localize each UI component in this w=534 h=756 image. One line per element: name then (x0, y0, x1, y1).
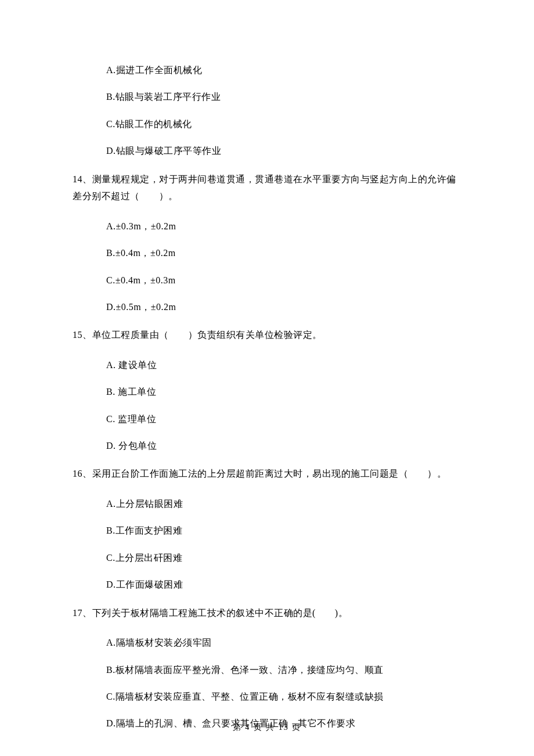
option-a: A.隔墙板材安装必须牢固 (106, 636, 461, 649)
document-page: A.掘进工作全面机械化 B.钻眼与装岩工序平行作业 C.钻眼工作的机械化 D.钻… (0, 0, 534, 756)
question-15: 15、单位工程质量由（ ）负责组织有关单位检验评定。 (73, 326, 461, 344)
option-c: C.钻眼工作的机械化 (106, 118, 461, 131)
question-16: 16、采用正台阶工作面施工法的上分层超前距离过大时，易出现的施工问题是（ ）。 (73, 465, 461, 483)
question-17-options: A.隔墙板材安装必须牢固 B.板材隔墙表面应平整光滑、色泽一致、洁净，接缝应均匀… (73, 636, 461, 730)
option-b: B. 施工单位 (106, 386, 461, 398)
question-14-text: 14、测量规程规定，对于两井间巷道贯通，贯通巷道在水平重要方向与竖起方向上的允许… (73, 174, 456, 201)
option-d: D.工作面爆破困难 (106, 578, 461, 591)
option-d: D.钻眼与爆破工序平等作业 (106, 145, 461, 157)
option-c: C. 监理单位 (106, 413, 461, 426)
question-17-text: 17、下列关于板材隔墙工程施工技术的叙述中不正确的是( )。 (73, 608, 348, 618)
option-c: C.上分层出矸困难 (106, 552, 461, 564)
option-c: C.隔墙板材安装应垂直、平整、位置正确，板材不应有裂缝或缺损 (106, 690, 461, 703)
option-a: A.±0.3m，±0.2m (106, 220, 461, 233)
prev-question-options: A.掘进工作全面机械化 B.钻眼与装岩工序平行作业 C.钻眼工作的机械化 D.钻… (73, 64, 461, 158)
option-b: B.钻眼与装岩工序平行作业 (106, 91, 461, 103)
option-b: B.板材隔墙表面应平整光滑、色泽一致、洁净，接缝应均匀、顺直 (106, 664, 461, 676)
option-c: C.±0.4m，±0.3m (106, 274, 461, 287)
option-d: D. 分包单位 (106, 440, 461, 452)
option-a: A. 建设单位 (106, 359, 461, 372)
question-16-text: 16、采用正台阶工作面施工法的上分层超前距离过大时，易出现的施工问题是（ ）。 (73, 469, 446, 478)
option-b: B.±0.4m，±0.2m (106, 247, 461, 260)
option-a: A.掘进工作全面机械化 (106, 64, 461, 77)
option-d: D.±0.5m，±0.2m (106, 301, 461, 314)
option-b: B.工作面支护困难 (106, 524, 461, 537)
question-14-options: A.±0.3m，±0.2m B.±0.4m，±0.2m C.±0.4m，±0.3… (73, 220, 461, 314)
question-17: 17、下列关于板材隔墙工程施工技术的叙述中不正确的是( )。 (73, 604, 461, 622)
question-15-options: A. 建设单位 B. 施工单位 C. 监理单位 D. 分包单位 (73, 359, 461, 453)
question-14: 14、测量规程规定，对于两井间巷道贯通，贯通巷道在水平重要方向与竖起方向上的允许… (73, 171, 461, 205)
question-15-text: 15、单位工程质量由（ ）负责组织有关单位检验评定。 (73, 330, 322, 340)
page-footer: 第 4 页 共 13 页 (0, 722, 534, 733)
question-16-options: A.上分层钻眼困难 B.工作面支护困难 C.上分层出矸困难 D.工作面爆破困难 (73, 498, 461, 592)
option-a: A.上分层钻眼困难 (106, 498, 461, 510)
